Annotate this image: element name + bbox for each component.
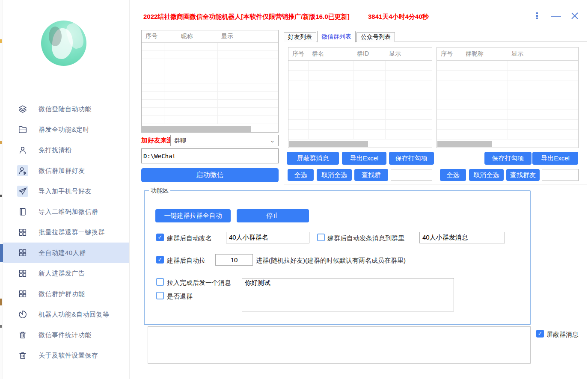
column-header[interactable]: 序号 bbox=[437, 47, 462, 60]
session-timer: 3841天4小时4分40秒 bbox=[368, 13, 429, 21]
close-button[interactable] bbox=[569, 10, 580, 21]
table-row[interactable] bbox=[437, 80, 578, 90]
table-row[interactable] bbox=[142, 107, 278, 115]
group-message-input[interactable] bbox=[419, 232, 505, 243]
tab[interactable]: 微信群列表 bbox=[317, 31, 356, 42]
group-member-table: 序号群昵称显示 bbox=[437, 47, 579, 148]
auto-pull-checkbox[interactable] bbox=[156, 256, 164, 264]
table-row[interactable] bbox=[142, 50, 278, 59]
after-message-checkbox[interactable] bbox=[156, 278, 164, 286]
paper-plane-icon bbox=[17, 186, 28, 197]
save-checked-button[interactable]: 保存打勾项 bbox=[389, 152, 434, 165]
table-row[interactable] bbox=[142, 99, 278, 107]
table-row[interactable] bbox=[437, 110, 578, 119]
quit-group-label: 是否退群 bbox=[167, 293, 193, 301]
auto-create-group-button[interactable]: 一键建群拉群全自动 bbox=[155, 209, 231, 222]
table-row[interactable] bbox=[288, 70, 432, 80]
sidebar-item[interactable]: 微信登陆自动功能 bbox=[3, 99, 129, 119]
select-all-button[interactable]: 全选 bbox=[440, 169, 466, 181]
table-row[interactable] bbox=[288, 119, 432, 129]
message-textarea[interactable] bbox=[242, 278, 454, 311]
sidebar-item[interactable]: 微信群护群功能 bbox=[3, 284, 129, 304]
find-member-input[interactable] bbox=[542, 169, 579, 181]
table-row[interactable] bbox=[288, 80, 432, 90]
menu-dots-icon[interactable] bbox=[533, 11, 541, 21]
group-table: 序号群名群ID显示 bbox=[288, 47, 432, 148]
find-member-button[interactable]: 查找群友 bbox=[506, 169, 540, 181]
export-excel-button[interactable]: 导出Excel bbox=[342, 152, 386, 165]
horizontal-scrollbar[interactable] bbox=[289, 141, 432, 147]
person-icon bbox=[17, 145, 28, 156]
column-header[interactable]: 序号 bbox=[288, 47, 308, 60]
column-header[interactable]: 显示 bbox=[385, 47, 432, 60]
table-row[interactable] bbox=[142, 59, 278, 67]
unselect-all-button[interactable]: 取消全选 bbox=[317, 169, 352, 181]
table-row[interactable] bbox=[142, 67, 278, 75]
sidebar-item[interactable]: 微信事件统计功能 bbox=[3, 325, 129, 345]
horizontal-scrollbar[interactable] bbox=[142, 126, 278, 132]
stop-button[interactable]: 停止 bbox=[237, 209, 309, 222]
sidebar-item[interactable]: 机器人功能&自动回复等 bbox=[3, 304, 129, 325]
sidebar-menu: 微信登陆自动功能 群发全功能&定时 免打扰清粉 微信群加群好友 bbox=[3, 99, 129, 366]
horizontal-scrollbar[interactable] bbox=[437, 141, 578, 147]
send-message-checkbox[interactable] bbox=[317, 234, 325, 241]
table-row[interactable] bbox=[142, 42, 278, 50]
sidebar-item[interactable]: 免打扰清粉 bbox=[3, 140, 129, 160]
group-name-input[interactable] bbox=[226, 232, 309, 243]
table-row[interactable] bbox=[288, 60, 432, 70]
table-row[interactable] bbox=[437, 100, 578, 110]
table-row[interactable] bbox=[288, 100, 432, 110]
export-excel-button[interactable]: 导出Excel bbox=[532, 152, 578, 165]
column-header[interactable]: 群昵称 bbox=[462, 47, 508, 60]
table-row[interactable] bbox=[142, 115, 278, 124]
table-row[interactable] bbox=[437, 60, 578, 70]
grid-icon bbox=[17, 268, 28, 279]
column-header[interactable]: 显示 bbox=[508, 47, 578, 60]
find-group-input[interactable] bbox=[391, 169, 432, 181]
sidebar-item[interactable]: 全自动建40人群 bbox=[3, 243, 129, 263]
tab[interactable]: 好友列表 bbox=[284, 32, 316, 42]
table-row[interactable] bbox=[437, 119, 578, 129]
sidebar-item[interactable]: 新人进群发广告 bbox=[3, 263, 129, 284]
column-header[interactable]: 序号 bbox=[142, 30, 164, 42]
sidebar-item[interactable]: 关于及软件设置保存 bbox=[3, 345, 129, 366]
table-row[interactable] bbox=[288, 90, 432, 100]
friend-source-select[interactable]: 群聊 ⌄ bbox=[170, 135, 279, 146]
column-header[interactable]: 群名 bbox=[308, 47, 353, 60]
quit-group-checkbox[interactable] bbox=[156, 292, 164, 299]
app-window: 微信登陆自动功能 群发全功能&定时 免打扰清粉 微信群加群好友 bbox=[0, 0, 588, 379]
avatar[interactable] bbox=[41, 21, 86, 66]
table-row[interactable] bbox=[142, 75, 278, 83]
scrollbar-thumb[interactable] bbox=[289, 141, 368, 147]
table-row[interactable] bbox=[437, 129, 578, 139]
sidebar-item[interactable]: 导入加手机号好友 bbox=[3, 181, 129, 201]
scrollbar-thumb[interactable] bbox=[142, 126, 251, 132]
unselect-all-button[interactable]: 取消全选 bbox=[469, 169, 504, 181]
rename-checkbox[interactable] bbox=[156, 234, 164, 241]
wechat-path-input[interactable] bbox=[141, 148, 279, 163]
block-group-msg-button[interactable]: 屏蔽群消息 bbox=[287, 152, 339, 165]
sidebar-item[interactable]: 群发全功能&定时 bbox=[3, 119, 129, 140]
table-row[interactable] bbox=[288, 110, 432, 119]
table-row[interactable] bbox=[142, 83, 278, 91]
find-group-button[interactable]: 查找群 bbox=[354, 169, 388, 181]
column-header[interactable]: 昵称 bbox=[164, 30, 217, 42]
table-row[interactable] bbox=[437, 70, 578, 80]
sidebar-item[interactable]: 微信群加群好友 bbox=[3, 160, 129, 181]
table-row[interactable] bbox=[288, 129, 432, 139]
block-group-msg-checkbox[interactable] bbox=[536, 330, 544, 338]
scrollbar-thumb[interactable] bbox=[437, 141, 492, 147]
column-header[interactable]: 群ID bbox=[353, 47, 385, 60]
tab[interactable]: 公众号列表 bbox=[356, 32, 395, 42]
save-checked-button[interactable]: 保存打勾项 bbox=[484, 152, 532, 165]
folder-icon bbox=[17, 124, 28, 135]
start-wechat-button[interactable]: 启动微信 bbox=[141, 168, 279, 182]
sidebar-item[interactable]: 导入二维码加微信群 bbox=[3, 201, 129, 222]
select-all-button[interactable]: 全选 bbox=[288, 169, 314, 181]
minimize-button[interactable] bbox=[550, 15, 561, 18]
table-row[interactable] bbox=[142, 91, 278, 99]
column-header[interactable]: 显示 bbox=[217, 30, 278, 42]
sidebar-item[interactable]: 批量拉群退群一键换群 bbox=[3, 222, 129, 243]
table-row[interactable] bbox=[437, 90, 578, 100]
pull-count-input[interactable] bbox=[215, 254, 253, 266]
